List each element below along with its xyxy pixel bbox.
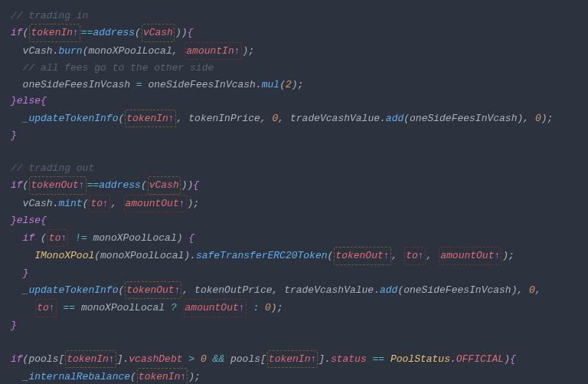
kw-if: if (11, 27, 23, 38)
arg-to: to↑ (89, 195, 109, 212)
fn-updateTokenInfo: _updateTokenInfo (23, 113, 119, 124)
fn-burn: burn (58, 45, 82, 57)
arg-amountOut: amountOut↑ (124, 195, 187, 212)
fn-safeTransfer: safeTransferERC20Token (196, 250, 328, 261)
arg-amountIn: amountIn↑ (185, 42, 241, 60)
kw-else: else (17, 95, 41, 107)
code-view: // trading in if(tokenIn↑==address(vCash… (0, 0, 588, 384)
comment: // trading out (11, 162, 94, 174)
type-IMonoXPool: IMonoXPool (34, 250, 94, 261)
comment: // all fees go to the other side (23, 62, 214, 74)
comment: // trading in (11, 10, 88, 21)
fn-address: address (93, 27, 135, 38)
fn-mint: mint (58, 198, 82, 209)
arg-tokenOut: tokenOut↑ (29, 176, 86, 194)
fn-mul: mul (262, 79, 279, 90)
fn-internalRebalance: _internalRebalance (23, 371, 130, 382)
arg-vCash: vCash (142, 24, 175, 41)
arg-tokenIn: tokenIn↑ (29, 24, 80, 41)
